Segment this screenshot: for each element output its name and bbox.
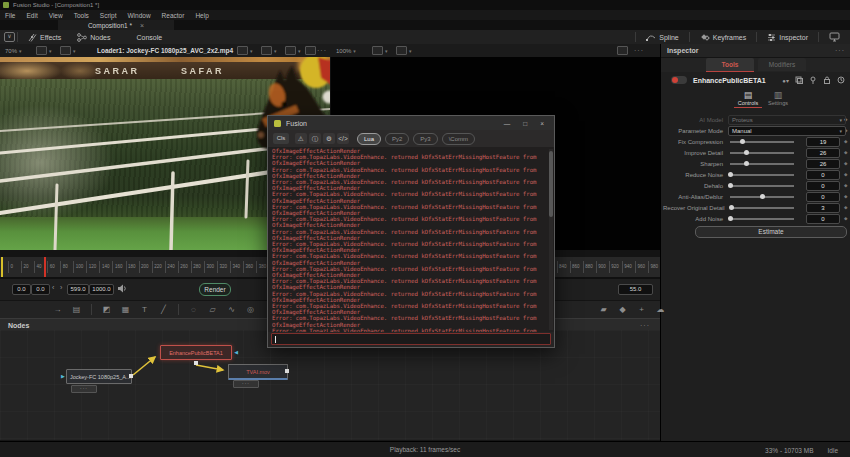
node-enhancepublicbeta1[interactable]: EnhancePublicBETA1◀ xyxy=(160,345,232,360)
lock-icon[interactable] xyxy=(823,76,831,84)
inspector-button[interactable]: Inspector xyxy=(759,30,816,44)
reduce-noise-slider[interactable] xyxy=(730,174,794,176)
add-noise-value[interactable]: 0 xyxy=(806,214,840,224)
render-end-field[interactable]: 599.0 xyxy=(67,284,89,295)
brightness-icon[interactable]: ◎ xyxy=(243,304,258,316)
node-tvai-mov[interactable]: TVAI.mov··· xyxy=(228,364,288,380)
close-button[interactable]: × xyxy=(540,120,544,127)
right-viewer-zoom-select[interactable]: 100%▾ xyxy=(336,44,356,57)
console-titlebar[interactable]: Fusion — □ × xyxy=(268,116,554,131)
tab-controls[interactable]: ▤ Controls xyxy=(733,90,763,106)
global-start-field[interactable]: 0.0 xyxy=(12,284,31,295)
cloud-3d-icon[interactable]: ☁ xyxy=(653,304,668,316)
fix-compression-value[interactable]: 19 xyxy=(806,137,840,147)
menu-edit[interactable]: Edit xyxy=(26,12,37,19)
anti-alias-deblur-value[interactable]: 0 xyxy=(806,192,840,202)
lang-comm[interactable]: \Comm xyxy=(442,133,475,145)
console-log[interactable]: OfxImageEffectActionRenderError: com.Top… xyxy=(268,147,554,332)
spline-button[interactable]: Spline xyxy=(638,30,686,44)
tab-settings[interactable]: ▥ Settings xyxy=(763,90,793,106)
left-viewer-roi[interactable]: ▾ xyxy=(237,44,253,57)
presentation-button[interactable] xyxy=(821,30,850,44)
scrollbar-thumb[interactable] xyxy=(549,151,553,217)
lang-py2[interactable]: Py2 xyxy=(385,133,409,145)
menu-window[interactable]: Window xyxy=(127,12,150,19)
toolbar-toggle-icon[interactable]: ∨ xyxy=(4,32,15,42)
background-icon[interactable]: ◩ xyxy=(99,304,114,316)
improve-detail-slider[interactable] xyxy=(730,152,794,154)
console-scrollbar[interactable] xyxy=(549,149,553,330)
node-jockey-fc-1080p25-a[interactable]: Jockey-FC 1080p25_A...▶··· xyxy=(66,369,132,384)
slider-thumb[interactable] xyxy=(740,139,745,144)
console-input[interactable] xyxy=(271,333,551,345)
menu-script[interactable]: Script xyxy=(100,12,117,19)
slider-thumb[interactable] xyxy=(744,150,749,155)
nodes-button[interactable]: Nodes xyxy=(69,30,118,44)
audio-icon[interactable] xyxy=(117,284,127,293)
dehalo-value[interactable]: 0 xyxy=(806,181,840,191)
keyframe-diamond-icon[interactable]: ◆ xyxy=(844,205,847,210)
paint-icon[interactable]: ╱ xyxy=(156,304,171,316)
inspector-options[interactable]: ··· xyxy=(835,47,845,54)
dehalo-slider[interactable] xyxy=(730,185,794,187)
ellipse-mask-icon[interactable]: ◌ xyxy=(186,304,201,316)
output-connector[interactable] xyxy=(285,369,289,373)
playhead[interactable] xyxy=(44,257,46,277)
global-end-field[interactable]: 1000.0 xyxy=(89,284,114,295)
saver-icon[interactable]: ▤ xyxy=(69,304,84,316)
lang-py3[interactable]: Py3 xyxy=(413,133,437,145)
bspline-mask-icon[interactable]: ∿ xyxy=(224,304,239,316)
step-back-button[interactable]: ‹ xyxy=(52,284,54,291)
tab-modifiers[interactable]: Modifiers xyxy=(758,58,806,71)
fastnoise-icon[interactable]: ▦ xyxy=(118,304,133,316)
right-viewer-buffer-b[interactable]: ▾ xyxy=(396,44,412,57)
fix-compression-slider[interactable] xyxy=(730,141,794,143)
merge-3d-icon[interactable]: + xyxy=(634,304,649,316)
reduce-noise-value[interactable]: 0 xyxy=(806,170,840,180)
image-plane-3d-icon[interactable]: ▰ xyxy=(596,304,611,316)
left-viewer-lut[interactable]: ▾ xyxy=(261,44,277,57)
tab-composition1[interactable]: Composition1 * × xyxy=(58,20,174,30)
add-noise-slider[interactable] xyxy=(730,218,794,220)
improve-detail-value[interactable]: 26 xyxy=(806,148,840,158)
left-viewer-fit[interactable] xyxy=(305,44,316,57)
keyframe-diamond-icon[interactable]: ◆ xyxy=(844,161,847,166)
recover-original-detail-slider[interactable] xyxy=(730,207,794,209)
keyframe-diamond-icon[interactable]: ◆ xyxy=(844,183,847,188)
slider-thumb[interactable] xyxy=(729,205,734,210)
left-viewer-channels[interactable]: ▾ xyxy=(285,44,301,57)
menu-file[interactable]: File xyxy=(5,12,15,19)
menu-tools[interactable]: Tools xyxy=(74,12,89,19)
polygon-mask-icon[interactable]: ▱ xyxy=(205,304,220,316)
right-viewer-buffer-a[interactable]: ▾ xyxy=(372,44,388,57)
slider-thumb[interactable] xyxy=(760,194,765,199)
fusion-console-window[interactable]: Fusion — □ × Cls ⚠ⓘ⚙</> LuaPy2Py3\Comm O… xyxy=(267,115,555,348)
lang-lua[interactable]: Lua xyxy=(357,133,381,145)
current-frame-field[interactable]: 55.0 xyxy=(618,284,653,295)
keyframe-diamond-icon[interactable]: ◆ xyxy=(844,139,847,144)
warnings-filter-icon[interactable]: ⚠ xyxy=(295,133,307,144)
parameter-mode-dropdown[interactable]: Manual▾ xyxy=(728,126,846,136)
render-range-start-marker[interactable] xyxy=(1,257,3,277)
slider-thumb[interactable] xyxy=(728,183,733,188)
node-thumbnail-bar[interactable]: ··· xyxy=(233,380,259,388)
shape-3d-icon[interactable]: ◆ xyxy=(615,304,630,316)
step-forward-button[interactable]: › xyxy=(60,284,62,291)
text-icon[interactable]: T xyxy=(137,304,152,316)
script-io-icon[interactable]: </> xyxy=(337,133,349,144)
info-filter-icon[interactable]: ⓘ xyxy=(309,133,321,144)
left-viewer-options[interactable]: ··· xyxy=(317,44,327,57)
sharpen-slider[interactable] xyxy=(730,163,794,165)
settings-icon[interactable]: ⚙ xyxy=(323,133,335,144)
maximize-button[interactable]: □ xyxy=(523,120,527,127)
slider-thumb[interactable] xyxy=(728,216,733,221)
keyframe-diamond-icon[interactable]: ◆ xyxy=(844,216,847,221)
pin-icon[interactable] xyxy=(809,76,817,84)
minimize-button[interactable]: — xyxy=(504,120,511,127)
anti-alias-deblur-slider[interactable] xyxy=(730,196,794,198)
keyframe-diamond-icon[interactable]: ◆ xyxy=(844,150,847,155)
loader-icon[interactable]: → xyxy=(50,304,65,316)
effects-button[interactable]: Effects xyxy=(20,30,69,44)
estimate-button[interactable]: Estimate xyxy=(695,226,847,238)
render-button[interactable]: Render xyxy=(199,283,231,296)
